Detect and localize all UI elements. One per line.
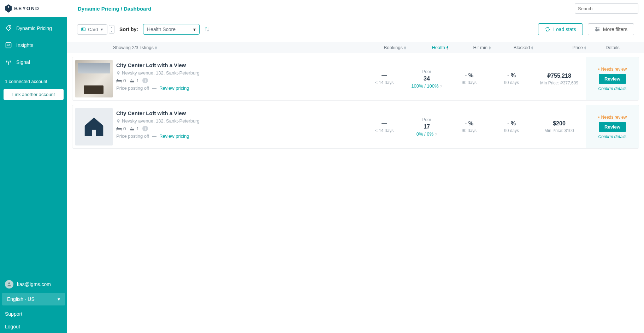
review-button[interactable]: Review bbox=[599, 122, 626, 132]
view-density-stepper[interactable]: ▴ ▾ bbox=[109, 25, 114, 34]
bath-icon bbox=[129, 126, 135, 131]
col-health[interactable]: Health ▴▾ bbox=[406, 45, 448, 50]
user-email: kas@igms.com bbox=[17, 281, 51, 287]
support-link[interactable]: Support bbox=[0, 308, 67, 320]
listing-amenities: 0 1 i bbox=[116, 78, 360, 83]
svg-rect-20 bbox=[117, 128, 122, 130]
details-cell: Needs review Review Confirm details bbox=[586, 57, 639, 100]
confirm-details-link[interactable]: Confirm details bbox=[598, 134, 626, 139]
hitmin-cell: - % 90 days bbox=[448, 57, 490, 100]
view-select-label: Card bbox=[88, 27, 98, 32]
more-filters-button[interactable]: More filters bbox=[588, 23, 634, 35]
house-icon bbox=[82, 114, 106, 139]
help-icon[interactable]: ? bbox=[440, 84, 442, 88]
review-button[interactable]: Review bbox=[599, 74, 626, 84]
nav-label: Insights bbox=[16, 42, 33, 48]
listings-container: City Center Loft with a View Nevsky aven… bbox=[67, 53, 644, 152]
load-stats-button[interactable]: Load stats bbox=[538, 23, 583, 35]
listing-amenities: 0 1 i bbox=[116, 126, 360, 131]
nav-label: Signal bbox=[16, 59, 30, 65]
card-icon bbox=[81, 27, 86, 32]
search-input[interactable] bbox=[578, 6, 637, 11]
col-blocked[interactable]: Blocked ▴▾ bbox=[491, 45, 533, 50]
health-cell: Poor 34 100% / 100%? bbox=[406, 57, 448, 100]
listing-title[interactable]: City Center Loft with a View bbox=[116, 62, 360, 68]
svg-rect-9 bbox=[82, 29, 83, 30]
search-box[interactable] bbox=[575, 3, 638, 14]
main-content: Card ▼ ▴ ▾ Sort by: Health Score Load st… bbox=[67, 0, 644, 333]
listing-thumbnail bbox=[75, 60, 113, 97]
sort-select-value: Health Score bbox=[147, 26, 176, 32]
filters-icon bbox=[595, 26, 600, 32]
listing-thumbnail bbox=[75, 108, 113, 145]
col-price[interactable]: Price ▴▾ bbox=[533, 45, 586, 50]
listing-info: City Center Loft with a View Nevsky aven… bbox=[115, 105, 363, 148]
price-cell: $200 Min Price: $100 bbox=[533, 105, 586, 148]
info-icon[interactable]: i bbox=[142, 78, 148, 83]
language-selector[interactable]: English - US ▾ bbox=[2, 293, 65, 305]
svg-point-14 bbox=[598, 29, 599, 30]
view-select[interactable]: Card ▼ bbox=[77, 24, 107, 35]
chevron-down-icon: ▾ bbox=[58, 296, 60, 302]
user-row[interactable]: kas@igms.com bbox=[0, 276, 67, 293]
bed-icon bbox=[116, 78, 122, 83]
review-pricing-link[interactable]: Review pricing bbox=[159, 133, 189, 139]
listing-address: Nevsky avenue, 132, Sankt-Peterburg bbox=[116, 70, 360, 76]
bookings-cell: — < 14 days bbox=[363, 57, 406, 100]
brand-logo[interactable]: BEYOND bbox=[0, 0, 67, 17]
pin-icon bbox=[116, 71, 120, 75]
sort-select[interactable]: Health Score bbox=[143, 24, 200, 35]
divider bbox=[0, 73, 67, 73]
listing-card[interactable]: City Center Loft with a View Nevsky aven… bbox=[72, 57, 639, 101]
svg-rect-21 bbox=[117, 130, 117, 131]
more-filters-label: More filters bbox=[603, 26, 627, 32]
bed-icon bbox=[116, 126, 122, 131]
review-pricing-link[interactable]: Review pricing bbox=[159, 85, 189, 91]
sort-by-label: Sort by: bbox=[119, 26, 138, 32]
link-another-account-button[interactable]: Link another account bbox=[4, 89, 64, 100]
sort-direction-toggle[interactable] bbox=[205, 26, 209, 32]
svg-point-23 bbox=[117, 127, 118, 128]
sidebar: Dynamic Pricing Insights Signal 1 connec… bbox=[0, 0, 67, 333]
sort-icon: ▴▾ bbox=[155, 46, 157, 50]
sidebar-item-insights[interactable]: Insights bbox=[0, 37, 67, 54]
svg-rect-16 bbox=[117, 80, 122, 82]
svg-point-7 bbox=[8, 283, 10, 284]
svg-point-5 bbox=[8, 61, 9, 62]
connected-accounts-text: 1 connected account bbox=[0, 75, 67, 89]
stepper-up-icon[interactable]: ▴ bbox=[109, 25, 114, 29]
confirm-details-link[interactable]: Confirm details bbox=[598, 86, 626, 91]
table-header: Showing 2/3 listings ▴▾ Bookings ▴▾ Heal… bbox=[67, 42, 644, 53]
listing-info: City Center Loft with a View Nevsky aven… bbox=[115, 57, 363, 100]
load-stats-label: Load stats bbox=[553, 26, 576, 32]
bath-icon bbox=[129, 78, 135, 83]
breadcrumb[interactable]: Dynamic Pricing / Dashboard bbox=[67, 6, 575, 12]
sidebar-item-signal[interactable]: Signal bbox=[0, 54, 67, 71]
svg-point-13 bbox=[596, 28, 597, 29]
language-label: English - US bbox=[7, 296, 35, 302]
col-bookings[interactable]: Bookings ▴▾ bbox=[364, 45, 406, 50]
svg-rect-18 bbox=[121, 82, 122, 83]
chart-icon bbox=[5, 42, 12, 49]
listing-title[interactable]: City Center Loft with a View bbox=[116, 110, 360, 116]
logo-icon bbox=[5, 4, 12, 13]
blocked-cell: - % 90 days bbox=[490, 57, 533, 100]
nav-label: Dynamic Pricing bbox=[16, 25, 52, 31]
col-hit-min[interactable]: Hit min ▴▾ bbox=[448, 45, 491, 50]
tag-icon bbox=[5, 25, 12, 32]
sidebar-item-dynamic-pricing[interactable]: Dynamic Pricing bbox=[0, 20, 67, 37]
top-header: BEYOND Dynamic Pricing / Dashboard bbox=[0, 0, 644, 17]
signal-icon bbox=[5, 59, 12, 66]
help-icon[interactable]: ? bbox=[435, 132, 437, 136]
needs-review-badge: Needs review bbox=[598, 67, 627, 72]
info-icon[interactable]: i bbox=[142, 126, 148, 131]
chevron-down-icon: ▼ bbox=[100, 28, 104, 31]
logout-link[interactable]: Logout bbox=[0, 320, 67, 333]
stepper-down-icon[interactable]: ▾ bbox=[109, 29, 114, 33]
col-showing[interactable]: Showing 2/3 listings ▴▾ bbox=[113, 45, 364, 50]
listing-card[interactable]: City Center Loft with a View Nevsky aven… bbox=[72, 105, 639, 149]
hitmin-cell: - % 90 days bbox=[448, 105, 490, 148]
svg-point-19 bbox=[117, 79, 118, 80]
bookings-cell: — < 14 days bbox=[363, 105, 406, 148]
controls-bar: Card ▼ ▴ ▾ Sort by: Health Score Load st… bbox=[67, 17, 644, 42]
